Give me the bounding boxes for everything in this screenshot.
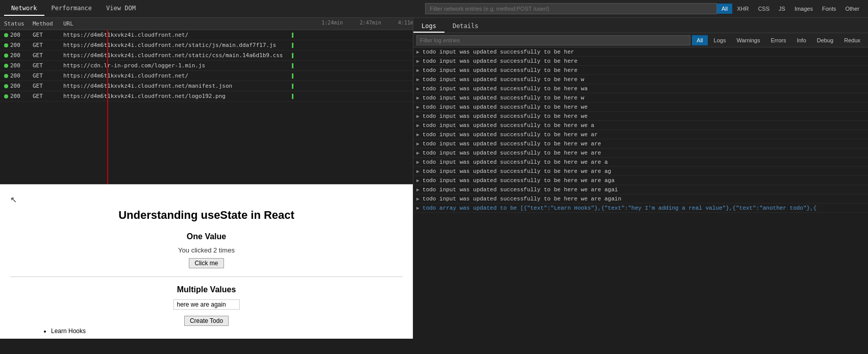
list-item[interactable]: ▶ todo input was updated successfully to… [413, 75, 868, 84]
tab-network[interactable]: Network [4, 2, 44, 16]
status-dot-green [4, 54, 8, 58]
expand-arrow-icon: ▶ [416, 187, 419, 193]
list-item[interactable]: ▶ todo input was updated successfully to… [413, 57, 868, 66]
log-filter-btn-redux[interactable]: Redux [839, 35, 865, 45]
list-item[interactable]: ▶ todo input was updated successfully to… [413, 167, 868, 176]
network-rows-area: 200 GET https://d4m6t1kxvkz4i.cloudfront… [0, 30, 413, 184]
log-entry-text: todo input was updated successfully to b… [423, 187, 618, 193]
log-filter-btn-info[interactable]: Info [792, 35, 810, 45]
row-url: https://d4m6t1kxvkz4i.cloudfront.net/log… [61, 93, 291, 99]
table-row[interactable]: 200 GET https://d4m6t1kxvkz4i.cloudfront… [0, 91, 413, 102]
list-item[interactable]: ▶ todo input was updated successfully to… [413, 194, 868, 204]
list-item[interactable]: ▶ todo input was updated successfully to… [413, 121, 868, 130]
log-entry-text: todo input was updated successfully to b… [423, 168, 611, 174]
row-timeline [291, 61, 413, 71]
preview-main-title: Understanding useState in React [10, 209, 403, 222]
expand-arrow-icon: ▶ [416, 104, 419, 110]
timeline-bar [292, 84, 293, 89]
log-filter-btn-logs[interactable]: Logs [709, 35, 731, 45]
list-item[interactable]: ▶ todo input was updated successfully to… [413, 130, 868, 139]
tab-logs[interactable]: Logs [413, 20, 444, 33]
log-filter-btn-all[interactable]: All [692, 35, 707, 45]
log-filter-btn-warnings[interactable]: Warnings [732, 35, 764, 45]
row-url: https://cdn.lr-in-prod.com/logger-1.min.… [61, 62, 291, 69]
row-url: https://d4m6t1kxvkz4i.cloudfront.net/man… [61, 83, 291, 89]
preview-click-me-button[interactable]: Click me [189, 258, 224, 268]
status-dot-green [4, 74, 8, 78]
table-row[interactable]: 200 GET https://d4m6t1kxvkz4i.cloudfront… [0, 30, 413, 40]
filter-btn-js[interactable]: JS [774, 4, 790, 14]
timeline-bar [292, 94, 293, 99]
filter-btn-css[interactable]: CSS [753, 4, 774, 14]
expand-arrow-icon: ▶ [416, 77, 419, 83]
log-filter-btn-debug[interactable]: Debug [812, 35, 838, 45]
tab-performance[interactable]: Performance [44, 2, 99, 16]
filter-btn-images[interactable]: Images [790, 4, 817, 14]
row-status: 200 [0, 93, 31, 99]
row-timeline [291, 40, 413, 50]
expand-arrow-icon: ▶ [416, 58, 419, 64]
log-entries-list[interactable]: ▶ todo input was updated successfully to… [413, 47, 868, 339]
table-row[interactable]: 200 GET https://d4m6t1kxvkz4i.cloudfront… [0, 40, 413, 50]
main-layout: Status Method URL 1:24min 2:47min 4:11mi… [0, 18, 868, 339]
log-filter-input[interactable] [416, 35, 690, 45]
filter-btn-xhr[interactable]: XHR [732, 4, 753, 14]
list-item[interactable]: ▶ todo input was updated successfully to… [413, 185, 868, 194]
list-item[interactable]: ▶ todo input was updated successfully to… [413, 47, 868, 57]
row-status: 200 [0, 32, 31, 38]
table-row[interactable]: 200 GET https://cdn.lr-in-prod.com/logge… [0, 61, 413, 71]
list-item[interactable]: ▶ todo input was updated successfully to… [413, 176, 868, 185]
network-filter-input[interactable] [425, 3, 717, 14]
list-item[interactable]: ▶ todo input was updated successfully to… [413, 148, 868, 158]
list-item[interactable]: ▶ todo input was updated successfully to… [413, 66, 868, 75]
list-item[interactable]: ▶ todo array was updated to be [{"text":… [413, 204, 868, 213]
log-entry-text: todo input was updated successfully to b… [423, 104, 587, 110]
tab-details[interactable]: Details [444, 20, 487, 33]
expand-arrow-icon: ▶ [416, 86, 419, 92]
table-row[interactable]: 200 GET https://d4m6t1kxvkz4i.cloudfront… [0, 71, 413, 81]
list-item[interactable]: ▶ todo input was updated successfully to… [413, 139, 868, 148]
row-method: GET [31, 42, 61, 48]
expand-arrow-icon: ▶ [416, 150, 419, 156]
preview-create-todo-button[interactable]: Create Todo [184, 316, 229, 326]
status-dot-green [4, 94, 8, 98]
status-dot-green [4, 33, 8, 37]
log-entry-text: todo input was updated successfully to b… [423, 196, 621, 202]
log-entry-text: todo array was updated to be [{"text":"L… [423, 205, 816, 211]
preview-todo-input[interactable] [173, 299, 240, 310]
log-entry-text: todo input was updated successfully to b… [423, 86, 587, 92]
expand-arrow-icon: ▶ [416, 205, 419, 211]
list-item: hey I'm adding a real value [51, 337, 403, 339]
tick-3: 4:11min [398, 20, 413, 26]
expand-arrow-icon: ▶ [416, 122, 419, 129]
expand-arrow-icon: ▶ [416, 159, 419, 165]
row-status: 200 [0, 42, 31, 48]
log-entry-text: todo input was updated successfully to b… [423, 67, 578, 73]
list-item[interactable]: ▶ todo input was updated successfully to… [413, 112, 868, 121]
list-item[interactable]: ▶ todo input was updated successfully to… [413, 158, 868, 167]
filter-btn-all[interactable]: All [717, 4, 732, 14]
list-item[interactable]: ▶ todo input was updated successfully to… [413, 103, 868, 112]
filter-btn-other[interactable]: Other [840, 4, 864, 14]
timeline-bar [292, 73, 293, 79]
list-item[interactable]: ▶ todo input was updated successfully to… [413, 93, 868, 103]
list-item[interactable]: ▶ todo input was updated successfully to… [413, 84, 868, 93]
log-entry-text: todo input was updated successfully to b… [423, 95, 584, 101]
row-method: GET [31, 83, 61, 89]
table-row[interactable]: 200 GET https://d4m6t1kxvkz4i.cloudfront… [0, 50, 413, 61]
log-entry-text: todo input was updated successfully to b… [423, 77, 584, 83]
section-divider [10, 276, 403, 277]
tab-view-dom[interactable]: View DOM [99, 2, 143, 16]
tick-2: 2:47min [360, 20, 381, 26]
row-method: GET [31, 32, 61, 38]
tick-1: 1:24min [321, 20, 343, 26]
col-header-status: Status [0, 20, 31, 27]
table-row[interactable]: 200 GET https://d4m6t1kxvkz4i.cloudfront… [0, 81, 413, 91]
log-entry-text: todo input was updated successfully to b… [423, 141, 601, 147]
filter-btn-fonts[interactable]: Fonts [817, 4, 841, 14]
row-method: GET [31, 62, 61, 69]
row-url: https://d4m6t1kxvkz4i.cloudfront.net/ [61, 32, 291, 38]
network-rows[interactable]: 200 GET https://d4m6t1kxvkz4i.cloudfront… [0, 30, 413, 102]
log-filter-btn-errors[interactable]: Errors [766, 35, 790, 45]
row-method: GET [31, 52, 61, 59]
